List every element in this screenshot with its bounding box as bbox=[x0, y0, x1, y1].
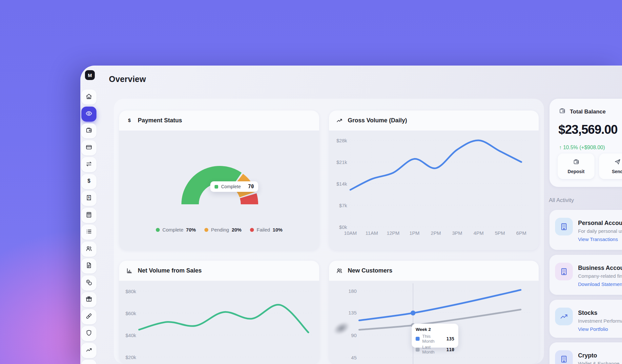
total-balance-label: Total Balance bbox=[570, 109, 606, 115]
gross-volume-title: Gross Volume (Daily) bbox=[348, 117, 407, 124]
sidebar-item-wallet[interactable] bbox=[81, 123, 96, 138]
legend-item-pending: Pending20% bbox=[204, 227, 241, 233]
line-chart-tooltip: Week 2 This Month135Last Month110 bbox=[412, 324, 458, 348]
y-tick: $28k bbox=[331, 138, 347, 143]
app-logo[interactable]: M bbox=[85, 70, 95, 80]
trending-icon bbox=[85, 346, 93, 355]
x-tick: 11AM bbox=[365, 230, 378, 236]
gauge-tooltip: Complete 70 bbox=[210, 181, 258, 192]
activity-title: Personal Account bbox=[578, 220, 622, 227]
y-tick: $80k bbox=[120, 289, 136, 294]
plane-icon bbox=[614, 158, 621, 167]
y-tick: $7k bbox=[331, 203, 347, 208]
activity-subtitle: Company-related finances bbox=[578, 273, 622, 279]
y-tick: $20k bbox=[120, 354, 136, 360]
x-tick: 12PM bbox=[387, 230, 400, 236]
sidebar-item-shield[interactable] bbox=[81, 326, 96, 341]
users-icon bbox=[336, 267, 343, 274]
x-tick: 5PM bbox=[495, 230, 505, 236]
trending-up-icon bbox=[336, 117, 343, 124]
gross-volume-line bbox=[350, 140, 521, 190]
y-tick: $0k bbox=[331, 224, 347, 230]
tooltip-value: 70 bbox=[248, 184, 254, 190]
sidebar-item-credit-card[interactable] bbox=[81, 140, 96, 155]
link-icon bbox=[85, 313, 93, 321]
activity-link[interactable]: Download Statements bbox=[578, 281, 622, 287]
net-volume-chart bbox=[119, 281, 319, 364]
payment-status-title: Payment Status bbox=[138, 117, 182, 124]
activity-card-stocks[interactable]: StocksInvestment PerformanceView Portfol… bbox=[549, 300, 622, 338]
line-this-month bbox=[359, 290, 521, 320]
receipt-icon: $ bbox=[85, 194, 93, 203]
this-month-marker bbox=[411, 311, 416, 315]
y-tick: $40k bbox=[120, 333, 136, 338]
x-tick: 3PM bbox=[452, 230, 462, 236]
sidebar-item-receipt[interactable]: $ bbox=[81, 191, 96, 206]
payment-status-legend: Complete70%Pending20%Failed10% bbox=[119, 227, 319, 233]
y-tick: $14k bbox=[331, 181, 347, 187]
activity-icon-tile bbox=[555, 263, 573, 280]
page-title: Overview bbox=[109, 74, 146, 84]
tooltip-swatch bbox=[416, 348, 420, 352]
total-balance-delta: ↑ 10.5% (+$908.00) bbox=[559, 145, 605, 151]
activity-icon-tile bbox=[555, 218, 573, 235]
activity-link[interactable]: View Portfolio bbox=[578, 326, 608, 332]
tooltip-swatch bbox=[215, 185, 218, 189]
sidebar-item-coins[interactable] bbox=[81, 275, 96, 291]
sidebar-item-exchange[interactable] bbox=[81, 157, 96, 172]
legend-item-complete: Complete70% bbox=[156, 227, 196, 233]
sidebar-item-users[interactable] bbox=[81, 242, 96, 257]
calculator-icon bbox=[85, 211, 93, 220]
payment-status-header: $ Payment Status bbox=[119, 111, 319, 131]
dollar-icon: $ bbox=[85, 177, 93, 186]
sidebar-item-trending[interactable] bbox=[81, 343, 96, 358]
send-button[interactable]: Send bbox=[599, 153, 622, 179]
shield-icon bbox=[85, 329, 93, 338]
legend-dot bbox=[204, 228, 208, 232]
svg-text:$: $ bbox=[88, 178, 91, 183]
credit-card-icon bbox=[85, 144, 93, 152]
tooltip-row: Last Month110 bbox=[416, 345, 454, 354]
home-icon bbox=[85, 93, 93, 101]
x-tick: 2PM bbox=[431, 230, 441, 236]
deposit-button[interactable]: Deposit bbox=[558, 153, 594, 179]
activity-card-business-account[interactable]: Business AccountCompany-related finances… bbox=[549, 255, 622, 295]
list-icon bbox=[85, 228, 93, 236]
activity-subtitle: Wallet & Exchange bbox=[578, 361, 619, 364]
sidebar-item-gift[interactable] bbox=[81, 292, 96, 307]
x-tick: 10AM bbox=[344, 230, 357, 236]
y-tick: $60k bbox=[120, 311, 136, 316]
legend-item-failed: Failed10% bbox=[250, 227, 282, 233]
sidebar-item-device[interactable] bbox=[81, 360, 96, 364]
wallet-icon bbox=[559, 107, 566, 114]
file-icon bbox=[85, 262, 93, 270]
sidebar-item-link[interactable] bbox=[81, 309, 96, 324]
sidebar-item-list[interactable] bbox=[81, 225, 96, 240]
y-tick: $21k bbox=[331, 159, 347, 165]
dashboard-screen: M Overview $ Payment Status Gross Volume… bbox=[0, 0, 622, 364]
x-tick: 1PM bbox=[409, 230, 420, 236]
tooltip-title: Week 2 bbox=[416, 327, 454, 332]
sidebar-item-eye[interactable] bbox=[81, 107, 96, 122]
activity-link[interactable]: View Transactions bbox=[578, 236, 618, 242]
sidebar-item-file[interactable] bbox=[81, 258, 96, 273]
y-tick: 135 bbox=[340, 310, 357, 315]
sidebar-item-home[interactable] bbox=[81, 90, 96, 105]
activity-card-crypto[interactable]: CryptoWallet & ExchangeView Wallet bbox=[549, 342, 622, 364]
legend-dot bbox=[156, 228, 160, 232]
y-tick: 45 bbox=[340, 355, 357, 360]
tooltip-label: Complete bbox=[221, 184, 241, 189]
new-customers-title: New Customers bbox=[348, 267, 392, 274]
activity-card-personal-account[interactable]: Personal AccountFor daily personal useVi… bbox=[549, 210, 622, 250]
activity-icon-tile bbox=[555, 308, 573, 325]
x-tick: 4PM bbox=[473, 230, 484, 236]
wallet-icon bbox=[573, 158, 580, 167]
sidebar-item-calculator[interactable] bbox=[81, 208, 96, 223]
sidebar-item-dollar[interactable]: $ bbox=[81, 174, 96, 189]
svg-text:$: $ bbox=[88, 196, 90, 199]
all-activity-heading: All Activity bbox=[549, 197, 574, 204]
activity-title: Business Account bbox=[578, 265, 622, 272]
tooltip-row: This Month135 bbox=[416, 334, 454, 344]
activity-icon-tile bbox=[555, 350, 573, 364]
x-tick: 6PM bbox=[516, 230, 527, 236]
